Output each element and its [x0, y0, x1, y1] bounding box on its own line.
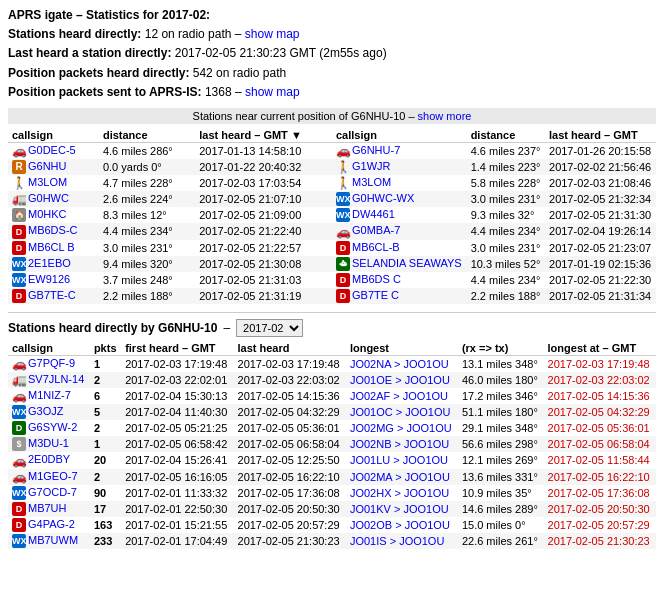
- longest-at-link[interactable]: 2017-02-05 20:57:29: [548, 519, 650, 531]
- callsign-link[interactable]: MB7UWM: [28, 534, 78, 546]
- longest-at-link[interactable]: 2017-02-05 21:30:23: [548, 535, 650, 547]
- longest-at-link[interactable]: 2017-02-05 04:32:29: [548, 406, 650, 418]
- digipeater-icon: D: [12, 421, 26, 435]
- table-row: DMB6CL B 3.0 miles 231° 2017-02-05 21:22…: [8, 240, 332, 256]
- callsign-link[interactable]: G0DEC-5: [28, 144, 76, 156]
- callsign-link[interactable]: GB7TE C: [352, 289, 399, 301]
- longest-at-cell: 2017-02-03 17:19:48: [544, 355, 656, 372]
- callsign-cell: DMB6CL-B: [332, 240, 467, 256]
- callsign-link[interactable]: G7OCD-7: [28, 486, 77, 498]
- callsign-link[interactable]: MB6DS C: [352, 273, 401, 285]
- longest-at-link[interactable]: 2017-02-05 05:36:01: [548, 422, 650, 434]
- callsign-link[interactable]: G3OJZ: [28, 405, 63, 417]
- near-left-header-lastheard: last heard – GMT ▼: [195, 128, 332, 143]
- callsign-link[interactable]: 2E1EBO: [28, 257, 71, 269]
- longest-at-link[interactable]: 2017-02-03 17:19:48: [548, 358, 650, 370]
- longest-at-link[interactable]: 2017-02-03 22:03:02: [548, 374, 650, 386]
- callsign-link[interactable]: GB7TE-C: [28, 289, 76, 301]
- path-link[interactable]: JO01OC > JOO1OU: [350, 406, 451, 418]
- path-link[interactable]: JO02OB > JOO1OU: [350, 519, 450, 531]
- callsign-cell: WXDW4461: [332, 207, 467, 223]
- last-heard-cell: 2017-02-05 21:30:23: [234, 533, 346, 549]
- callsign-link[interactable]: M1GEO-7: [28, 470, 78, 482]
- path-link[interactable]: JO02HX > JOO1OU: [350, 487, 449, 499]
- car-icon: 🚗: [12, 389, 26, 403]
- last-heard-cell: 2017-02-05 21:32:34: [545, 191, 656, 207]
- callsign-cell: 🚶G1WJR: [332, 159, 467, 175]
- last-heard-cell: 2017-02-05 04:32:29: [234, 404, 346, 420]
- callsign-link[interactable]: EW9126: [28, 273, 70, 285]
- longest-at-link[interactable]: 2017-02-05 11:58:44: [548, 454, 650, 466]
- path-link[interactable]: JO02NB > JOO1OU: [350, 438, 449, 450]
- wx-icon: WX: [12, 257, 26, 271]
- digipeater-icon: D: [336, 289, 350, 303]
- callsign-link[interactable]: M3LOM: [352, 176, 391, 188]
- month-select[interactable]: 2017-02: [236, 319, 303, 337]
- last-heard-value: 2017-02-05 21:30:23 GMT (2m55s ago): [175, 46, 387, 60]
- distance-cell: 3.7 miles 248°: [99, 272, 195, 288]
- pkts-cell: 2: [90, 372, 121, 388]
- first-heard-cell: 2017-02-01 22:50:30: [121, 501, 233, 517]
- longest-at-link[interactable]: 2017-02-05 16:22:10: [548, 471, 650, 483]
- show-map-link-1[interactable]: show map: [245, 27, 300, 41]
- callsign-link[interactable]: M0HKC: [28, 208, 67, 220]
- path-link[interactable]: JO02MG > JOO1OU: [350, 422, 452, 434]
- callsign-link[interactable]: G0HWC: [28, 192, 69, 204]
- callsign-link[interactable]: G1WJR: [352, 160, 391, 172]
- callsign-link[interactable]: G6NHU-7: [352, 144, 400, 156]
- callsign-link[interactable]: MB6DS-C: [28, 224, 78, 236]
- callsign-link[interactable]: MB7UH: [28, 502, 67, 514]
- wx-icon: WX: [336, 208, 350, 222]
- path-link[interactable]: JO01LU > JOO1OU: [350, 454, 448, 466]
- longest-cell: 12.1 miles 269°: [458, 452, 544, 468]
- path-link[interactable]: JO02AF > JOO1OU: [350, 390, 448, 402]
- callsign-link[interactable]: MB6CL B: [28, 241, 75, 253]
- callsign-link[interactable]: G6SYW-2: [28, 421, 77, 433]
- callsign-link[interactable]: M3DU-1: [28, 437, 69, 449]
- path-link[interactable]: JO01KV > JOO1OU: [350, 503, 449, 515]
- table-row: 🚗2E0DBY 20 2017-02-04 15:26:41 2017-02-0…: [8, 452, 656, 468]
- callsign-link[interactable]: G0HWC-WX: [352, 192, 414, 204]
- path-cell: JO02HX > JOO1OU: [346, 485, 458, 501]
- callsign-cell: WXG0HWC-WX: [332, 191, 467, 207]
- position-sent-line: Position packets sent to APRS-IS: 1368 –…: [8, 83, 656, 102]
- longest-at-cell: 2017-02-05 05:36:01: [544, 420, 656, 436]
- callsign-link[interactable]: DW4461: [352, 208, 395, 220]
- last-heard-cell: 2017-02-03 22:03:02: [234, 372, 346, 388]
- path-cell: JO01KV > JOO1OU: [346, 501, 458, 517]
- last-heard-cell: 2017-02-04 19:26:14: [545, 223, 656, 239]
- callsign-link[interactable]: M3LOM: [28, 176, 67, 188]
- show-map-link-2[interactable]: show map: [245, 85, 300, 99]
- path-link[interactable]: JO01IS > JOO1OU: [350, 535, 444, 547]
- near-show-more-link[interactable]: show more: [418, 110, 472, 122]
- path-cell: JO02MA > JOO1OU: [346, 469, 458, 485]
- near-section-title: Stations near current position of G6NHU-…: [8, 108, 656, 124]
- distance-cell: 4.6 miles 237°: [467, 142, 545, 159]
- person-icon: 🚶: [12, 176, 26, 190]
- callsign-link[interactable]: M1NIZ-7: [28, 389, 71, 401]
- distance-cell: 3.0 miles 231°: [467, 240, 545, 256]
- last-heard-cell: 2017-02-05 21:22:40: [195, 223, 332, 239]
- path-link[interactable]: JO01OE > JOO1OU: [350, 374, 450, 386]
- longest-at-link[interactable]: 2017-02-05 20:50:30: [548, 503, 650, 515]
- longest-cell: 17.2 miles 346°: [458, 388, 544, 404]
- wx-icon: WX: [12, 486, 26, 500]
- path-link[interactable]: JO02MA > JOO1OU: [350, 471, 450, 483]
- heard-section-label: Stations heard directly by G6NHU-10: [8, 321, 217, 335]
- callsign-link[interactable]: G6NHU: [28, 160, 67, 172]
- path-link[interactable]: JO02NA > JOO1OU: [350, 358, 449, 370]
- longest-at-link[interactable]: 2017-02-05 06:58:04: [548, 438, 650, 450]
- callsign-link[interactable]: 2E0DBY: [28, 453, 70, 465]
- callsign-link[interactable]: SV7JLN-14: [28, 373, 84, 385]
- distance-cell: 10.3 miles 52°: [467, 256, 545, 272]
- callsign-link[interactable]: SELANDIA SEAWAYS: [352, 257, 462, 269]
- callsign-link[interactable]: MB6CL-B: [352, 241, 400, 253]
- callsign-link[interactable]: G4PAG-2: [28, 518, 75, 530]
- longest-at-link[interactable]: 2017-02-05 14:15:36: [548, 390, 650, 402]
- callsign-link[interactable]: G0MBA-7: [352, 224, 400, 236]
- callsign-cell: WXG7OCD-7: [8, 485, 90, 501]
- callsign-link[interactable]: G7PQF-9: [28, 357, 75, 369]
- callsign-cell: 🚶M3LOM: [332, 175, 467, 191]
- callsign-cell: DMB6DS-C: [8, 223, 99, 239]
- longest-at-link[interactable]: 2017-02-05 17:36:08: [548, 487, 650, 499]
